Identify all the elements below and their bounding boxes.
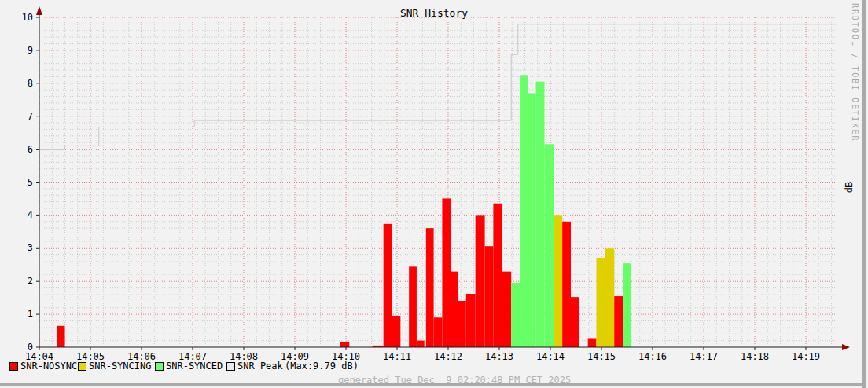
bar-synced: [544, 144, 554, 347]
legend-label: SNR-SYNCING: [89, 360, 151, 371]
bar-syncing: [554, 215, 562, 347]
bar-nosync: [502, 272, 511, 347]
legend-item: SNR Peak: [226, 360, 283, 371]
y-axis-tick-label: 6: [28, 144, 33, 155]
legend-item: SNR-NOSYNC: [9, 360, 77, 371]
rrdtool-graph-image: SNR History 01234567891014:0414:0514:061…: [0, 0, 868, 388]
legend-item: SNR-SYNCING: [78, 360, 151, 371]
x-axis-tick-label: 14:09: [281, 351, 309, 360]
y-axis-arrow: [36, 6, 42, 15]
y-axis-tick-label: 9: [28, 45, 33, 56]
snr-peak-line: [39, 24, 837, 150]
bar-nosync: [562, 222, 571, 347]
x-axis-tick-label: 14:18: [741, 351, 769, 360]
rrdtool-watermark: RRDTOOL / TOBI OETIKER: [851, 3, 859, 142]
bar-nosync: [434, 317, 443, 347]
bar-nosync: [466, 294, 476, 347]
bar-nosync: [442, 198, 451, 347]
bar-nosync: [426, 228, 434, 347]
bar-nosync: [417, 341, 425, 347]
x-axis-tick-label: 14:05: [76, 351, 105, 360]
bar-nosync: [451, 272, 458, 347]
y-axis-tick-label: 1: [28, 309, 33, 320]
bar-syncing: [605, 248, 614, 347]
legend-swatch: [78, 362, 86, 371]
legend-item: SNR-SYNCED: [155, 360, 223, 371]
y-axis-tick-label: 4: [28, 209, 33, 220]
bar-synced: [528, 93, 536, 347]
x-axis-tick-label: 14:14: [536, 351, 565, 360]
bar-nosync: [493, 204, 502, 347]
bar-synced: [536, 82, 545, 347]
legend-max-note: (Max:9.79 dB): [285, 360, 359, 371]
snr-history-chart: 01234567891014:0414:0514:0614:0714:0814:…: [0, 0, 868, 360]
legend-label: SNR Peak: [237, 360, 283, 371]
legend-label: SNR-SYNCED: [166, 360, 223, 371]
image-border-right: [862, 0, 866, 388]
x-axis-tick-label: 14:08: [230, 351, 258, 360]
x-axis-tick-label: 14:07: [178, 351, 207, 360]
image-border-bottom: [0, 383, 866, 386]
legend-swatch: [155, 362, 164, 371]
bar-nosync: [476, 215, 485, 347]
bar-synced: [623, 263, 631, 347]
y-axis-tick-label: 8: [28, 78, 33, 89]
x-axis-tick-label: 14:12: [434, 351, 462, 360]
bar-synced: [520, 75, 528, 347]
x-axis-tick-label: 14:10: [332, 351, 360, 360]
legend-label: SNR-NOSYNC: [20, 360, 77, 371]
bar-nosync: [588, 339, 597, 347]
x-axis-arrow: [842, 344, 850, 350]
x-axis-tick-label: 14:06: [127, 351, 156, 360]
y-axis-tick-label: 5: [28, 177, 33, 188]
y-axis-tick-label: 7: [28, 111, 33, 122]
bar-nosync: [57, 326, 65, 347]
x-axis-tick-label: 14:15: [587, 351, 616, 360]
bar-nosync: [340, 342, 349, 347]
legend-swatch: [9, 362, 18, 371]
bar-nosync: [571, 297, 579, 347]
bar-nosync: [614, 296, 623, 347]
chart-legend: SNR-NOSYNCSNR-SYNCINGSNR-SYNCEDSNR Peak: [0, 360, 868, 373]
bar-nosync: [458, 301, 466, 347]
x-axis-tick-label: 14:16: [638, 351, 667, 360]
x-axis-tick-label: 14:11: [383, 351, 411, 360]
y-axis-tick-label: 10: [22, 12, 33, 23]
y-axis-tick-label: 3: [28, 242, 33, 253]
legend-swatch: [226, 362, 235, 371]
x-axis-tick-label: 14:13: [485, 351, 513, 360]
x-axis-tick-label: 14:19: [792, 351, 820, 360]
x-axis-tick-label: 14:17: [690, 351, 718, 360]
bar-syncing: [597, 258, 605, 347]
bar-nosync: [392, 316, 401, 347]
bar-synced: [511, 283, 520, 347]
bar-nosync: [485, 246, 494, 347]
right-axis-label: dB: [844, 180, 856, 194]
y-axis-tick-label: 2: [28, 275, 33, 286]
x-axis-tick-label: 14:04: [25, 351, 53, 360]
bar-nosync: [409, 266, 417, 347]
bar-nosync: [384, 224, 392, 347]
